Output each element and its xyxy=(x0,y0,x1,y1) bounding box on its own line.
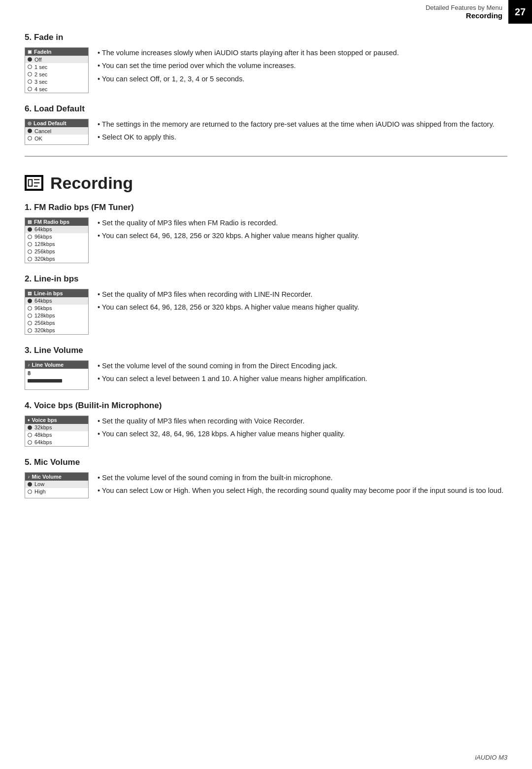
line-volume-section: 3. Line Volume ♪ Line Volume 8 Set the v… xyxy=(25,346,507,390)
radio-filled-icon xyxy=(28,129,32,133)
line-in-bps-menu-title: ▤ Line-in bps xyxy=(25,289,88,297)
fade-in-bullet-3: You can select Off, or 1, 2, 3, 4 or 5 s… xyxy=(98,73,507,84)
recording-title: Recording xyxy=(25,174,507,193)
mic-volume-heading: 5. Mic Volume xyxy=(25,457,507,467)
voice-bps-bullet-2: You can select 32, 48, 64, 96, 128 kbps.… xyxy=(98,428,507,439)
voice-bps-bullet-1: Set the quality of MP3 files when record… xyxy=(98,416,507,426)
voice-bps-menu: ♦ Voice bps 32kbps 48kbps 64kbps xyxy=(25,416,89,447)
mic-volume-bullet-1: Set the volume level of the sound coming… xyxy=(98,472,507,483)
line-volume-block: ♪ Line Volume 8 Set the volume level of … xyxy=(25,360,507,390)
radio-empty-icon xyxy=(28,314,32,318)
line-volume-value: 8 xyxy=(25,369,88,378)
fm-radio-320kbps: 320kbps xyxy=(25,255,88,263)
voice-bps-heading: 4. Voice bps (Builit-in Microphone) xyxy=(25,401,507,411)
radio-empty-icon xyxy=(28,87,32,91)
breadcrumb-label: Detailed Features by Menu xyxy=(426,4,502,11)
radio-empty-icon xyxy=(28,249,32,254)
radio-empty-icon xyxy=(28,321,32,325)
line-in-256kbps: 256kbps xyxy=(25,319,88,327)
radio-empty-icon xyxy=(28,433,32,437)
fm-radio-bps-description: Set the quality of MP3 files when FM Rad… xyxy=(98,217,507,263)
fm-radio-bps-menu-title: ▤ FM Radio bps xyxy=(25,218,88,226)
fade-in-bullet-1: The volume increases slowly when iAUDIO … xyxy=(98,47,507,58)
fade-in-menu-title: ▣ FadeIn xyxy=(25,48,88,56)
radio-filled-icon xyxy=(28,227,32,232)
fm-radio-bps-block: ▤ FM Radio bps 64kbps 96kbps 128kbps xyxy=(25,217,507,263)
fm-radio-bps-bullet-1: Set the quality of MP3 files when FM Rad… xyxy=(98,217,507,228)
page-number: 27 xyxy=(508,0,532,24)
fm-radio-128kbps: 128kbps xyxy=(25,241,88,248)
line-in-320kbps: 320kbps xyxy=(25,327,88,334)
fade-in-item-4sec: 4 sec xyxy=(25,85,88,93)
voice-bps-48kbps: 48kbps xyxy=(25,431,88,439)
mic-volume-block: ♪ Mic Volume Low High Set the volume lev… xyxy=(25,472,507,498)
fm-radio-256kbps: 256kbps xyxy=(25,248,88,255)
load-default-section: 6. Load Default ◎ Load Default Cancel OK xyxy=(25,104,507,145)
voice-bps-64kbps: 64kbps xyxy=(25,439,88,446)
main-content: 5. Fade in ▣ FadeIn Off 1 sec 2 sec xyxy=(25,29,507,749)
line-in-bps-bullet-2: You can select 64, 96, 128, 256 or 320 k… xyxy=(98,302,507,313)
line-volume-menu: ♪ Line Volume 8 xyxy=(25,360,89,390)
line-in-bps-heading: 2. Line-in bps xyxy=(25,274,507,284)
radio-empty-icon xyxy=(28,72,32,76)
mic-volume-menu-title: ♪ Mic Volume xyxy=(25,473,88,481)
radio-empty-icon xyxy=(28,489,32,494)
page-header: Detailed Features by Menu Recording 27 xyxy=(426,0,532,24)
load-default-block: ◎ Load Default Cancel OK The settings in… xyxy=(25,119,507,145)
fade-in-block: ▣ FadeIn Off 1 sec 2 sec 3 sec xyxy=(25,47,507,93)
radio-filled-icon xyxy=(28,482,32,487)
fm-radio-bps-heading: 1. FM Radio bps (FM Tuner) xyxy=(25,203,507,212)
recording-icon xyxy=(25,175,43,191)
footer-label: iAUDIO M3 xyxy=(475,754,507,761)
header-breadcrumb: Detailed Features by Menu Recording xyxy=(426,0,508,24)
line-in-bps-menu: ▤ Line-in bps 64kbps 96kbps 128kbps xyxy=(25,289,89,335)
radio-empty-icon xyxy=(28,79,32,84)
mic-volume-description: Set the volume level of the sound coming… xyxy=(98,472,507,498)
fade-in-item-off: Off xyxy=(25,56,88,63)
fade-in-heading: 5. Fade in xyxy=(25,33,507,42)
line-in-bps-description: Set the quality of MP3 files when record… xyxy=(98,289,507,335)
line-volume-slider xyxy=(28,379,62,383)
fm-radio-bps-bullet-2: You can select 64, 96, 128, 256 or 320 k… xyxy=(98,230,507,241)
mic-volume-menu: ♪ Mic Volume Low High xyxy=(25,472,89,498)
radio-empty-icon xyxy=(28,136,32,140)
radio-empty-icon xyxy=(28,306,32,311)
line-volume-bullet-1: Set the volume level of the sound coming… xyxy=(98,360,507,371)
radio-filled-icon xyxy=(28,57,32,62)
mic-volume-high: High xyxy=(25,488,88,495)
load-default-description: The settings in the memory are returned … xyxy=(98,119,507,145)
load-default-bullet-2: Select OK to apply this. xyxy=(98,132,507,142)
load-default-heading: 6. Load Default xyxy=(25,104,507,114)
voice-bps-description: Set the quality of MP3 files when record… xyxy=(98,416,507,447)
load-default-menu-title: ◎ Load Default xyxy=(25,119,88,127)
line-in-96kbps: 96kbps xyxy=(25,305,88,312)
load-default-item-ok: OK xyxy=(25,135,88,142)
fade-in-item-2sec: 2 sec xyxy=(25,70,88,78)
fm-radio-bps-menu: ▤ FM Radio bps 64kbps 96kbps 128kbps xyxy=(25,217,89,263)
radio-empty-icon xyxy=(28,65,32,69)
svg-rect-1 xyxy=(29,180,33,186)
fm-radio-64kbps: 64kbps xyxy=(25,226,88,233)
recording-section-header: Recording xyxy=(25,156,507,193)
fm-radio-bps-section: 1. FM Radio bps (FM Tuner) ▤ FM Radio bp… xyxy=(25,203,507,263)
line-in-bps-block: ▤ Line-in bps 64kbps 96kbps 128kbps xyxy=(25,289,507,335)
line-volume-description: Set the volume level of the sound coming… xyxy=(98,360,507,390)
radio-filled-icon xyxy=(28,425,32,430)
voice-bps-block: ♦ Voice bps 32kbps 48kbps 64kbps xyxy=(25,416,507,447)
voice-bps-menu-title: ♦ Voice bps xyxy=(25,416,88,424)
line-volume-bullet-2: You can select a level between 1 and 10.… xyxy=(98,373,507,384)
fade-in-item-1sec: 1 sec xyxy=(25,63,88,70)
load-default-item-cancel: Cancel xyxy=(25,127,88,135)
mic-volume-section: 5. Mic Volume ♪ Mic Volume Low High Set xyxy=(25,457,507,498)
radio-empty-icon xyxy=(28,257,32,261)
radio-filled-icon xyxy=(28,299,32,303)
fade-in-item-3sec: 3 sec xyxy=(25,78,88,85)
radio-empty-icon xyxy=(28,328,32,333)
fade-in-menu: ▣ FadeIn Off 1 sec 2 sec 3 sec xyxy=(25,47,89,93)
load-default-menu: ◎ Load Default Cancel OK xyxy=(25,119,89,145)
radio-empty-icon xyxy=(28,440,32,445)
load-default-bullet-1: The settings in the memory are returned … xyxy=(98,119,507,130)
line-in-bps-section: 2. Line-in bps ▤ Line-in bps 64kbps 96kb… xyxy=(25,274,507,335)
fade-in-section: 5. Fade in ▣ FadeIn Off 1 sec 2 sec xyxy=(25,33,507,93)
line-in-128kbps: 128kbps xyxy=(25,312,88,319)
